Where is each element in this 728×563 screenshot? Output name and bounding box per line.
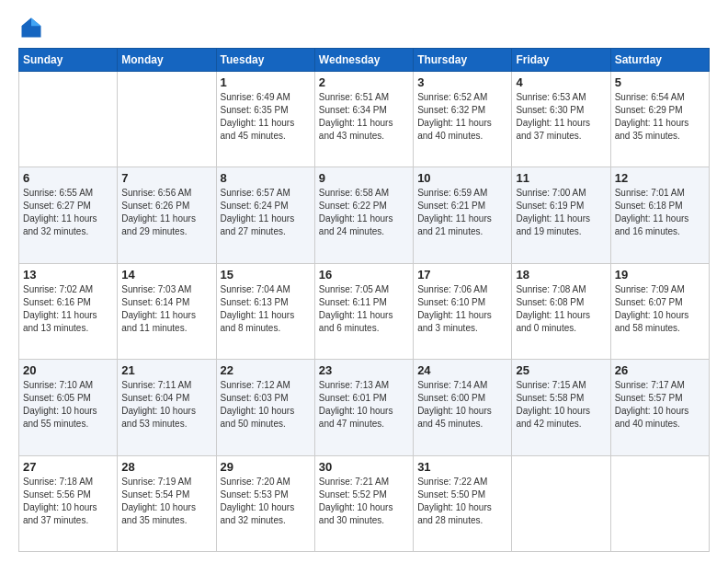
- day-info: Sunrise: 6:52 AM Sunset: 6:32 PM Dayligh…: [417, 91, 507, 143]
- header: [18, 15, 710, 40]
- day-info: Sunrise: 7:11 AM Sunset: 6:04 PM Dayligh…: [121, 379, 211, 431]
- day-number: 13: [23, 268, 113, 282]
- calendar-cell: 2Sunrise: 6:51 AM Sunset: 6:34 PM Daylig…: [314, 72, 413, 167]
- day-number: 5: [615, 75, 705, 89]
- logo: [18, 15, 48, 40]
- calendar-week-4: 20Sunrise: 7:10 AM Sunset: 6:05 PM Dayli…: [19, 360, 710, 455]
- calendar-header-wednesday: Wednesday: [314, 49, 413, 72]
- day-info: Sunrise: 7:14 AM Sunset: 6:00 PM Dayligh…: [417, 379, 507, 431]
- day-number: 12: [615, 171, 705, 185]
- day-number: 18: [516, 268, 606, 282]
- calendar-cell: 6Sunrise: 6:55 AM Sunset: 6:27 PM Daylig…: [19, 167, 118, 263]
- calendar-week-5: 27Sunrise: 7:18 AM Sunset: 5:56 PM Dayli…: [19, 455, 710, 551]
- day-number: 22: [221, 363, 311, 377]
- day-info: Sunrise: 7:19 AM Sunset: 5:54 PM Dayligh…: [121, 476, 211, 527]
- calendar-cell: 8Sunrise: 6:57 AM Sunset: 6:24 PM Daylig…: [216, 167, 314, 263]
- calendar-cell: 12Sunrise: 7:01 AM Sunset: 6:18 PM Dayli…: [610, 167, 709, 263]
- day-number: 29: [221, 460, 311, 474]
- svg-marker-1: [31, 18, 41, 27]
- day-info: Sunrise: 7:09 AM Sunset: 6:07 PM Dayligh…: [615, 283, 705, 335]
- day-number: 28: [121, 460, 211, 474]
- day-info: Sunrise: 7:22 AM Sunset: 5:50 PM Dayligh…: [417, 476, 507, 527]
- calendar-cell: [512, 455, 610, 551]
- calendar-cell: 1Sunrise: 6:49 AM Sunset: 6:35 PM Daylig…: [216, 72, 314, 167]
- day-number: 9: [319, 171, 409, 185]
- day-number: 4: [516, 75, 606, 89]
- day-info: Sunrise: 6:59 AM Sunset: 6:21 PM Dayligh…: [417, 187, 507, 238]
- day-info: Sunrise: 7:18 AM Sunset: 5:56 PM Dayligh…: [23, 476, 113, 527]
- calendar-cell: 17Sunrise: 7:06 AM Sunset: 6:10 PM Dayli…: [414, 263, 512, 359]
- day-number: 3: [417, 75, 507, 89]
- calendar-table: SundayMondayTuesdayWednesdayThursdayFrid…: [18, 48, 710, 552]
- day-info: Sunrise: 7:10 AM Sunset: 6:05 PM Dayligh…: [23, 379, 113, 431]
- day-info: Sunrise: 7:06 AM Sunset: 6:10 PM Dayligh…: [417, 283, 507, 335]
- day-info: Sunrise: 7:20 AM Sunset: 5:53 PM Dayligh…: [221, 476, 311, 527]
- calendar-header-sunday: Sunday: [19, 49, 118, 72]
- day-info: Sunrise: 7:04 AM Sunset: 6:13 PM Dayligh…: [221, 283, 311, 335]
- calendar-cell: 14Sunrise: 7:03 AM Sunset: 6:14 PM Dayli…: [118, 263, 216, 359]
- calendar-header-friday: Friday: [512, 49, 610, 72]
- day-info: Sunrise: 7:01 AM Sunset: 6:18 PM Dayligh…: [615, 187, 705, 238]
- calendar-cell: 15Sunrise: 7:04 AM Sunset: 6:13 PM Dayli…: [216, 263, 314, 359]
- day-number: 21: [121, 363, 211, 377]
- day-info: Sunrise: 6:49 AM Sunset: 6:35 PM Dayligh…: [221, 91, 311, 143]
- day-info: Sunrise: 7:00 AM Sunset: 6:19 PM Dayligh…: [516, 187, 606, 238]
- calendar-header-row: SundayMondayTuesdayWednesdayThursdayFrid…: [19, 49, 710, 72]
- day-number: 20: [23, 363, 113, 377]
- calendar-cell: 18Sunrise: 7:08 AM Sunset: 6:08 PM Dayli…: [512, 263, 610, 359]
- calendar-cell: 27Sunrise: 7:18 AM Sunset: 5:56 PM Dayli…: [19, 455, 118, 551]
- day-info: Sunrise: 7:08 AM Sunset: 6:08 PM Dayligh…: [516, 283, 606, 335]
- day-number: 10: [417, 171, 507, 185]
- day-number: 7: [121, 171, 211, 185]
- calendar-cell: 23Sunrise: 7:13 AM Sunset: 6:01 PM Dayli…: [314, 360, 413, 455]
- calendar-cell: 13Sunrise: 7:02 AM Sunset: 6:16 PM Dayli…: [19, 263, 118, 359]
- day-info: Sunrise: 6:53 AM Sunset: 6:30 PM Dayligh…: [516, 91, 606, 143]
- calendar-cell: 20Sunrise: 7:10 AM Sunset: 6:05 PM Dayli…: [19, 360, 118, 455]
- page: SundayMondayTuesdayWednesdayThursdayFrid…: [0, 0, 728, 563]
- calendar-cell: 22Sunrise: 7:12 AM Sunset: 6:03 PM Dayli…: [216, 360, 314, 455]
- calendar-cell: 9Sunrise: 6:58 AM Sunset: 6:22 PM Daylig…: [314, 167, 413, 263]
- calendar-cell: 25Sunrise: 7:15 AM Sunset: 5:58 PM Dayli…: [512, 360, 610, 455]
- calendar-cell: 10Sunrise: 6:59 AM Sunset: 6:21 PM Dayli…: [414, 167, 512, 263]
- day-number: 8: [221, 171, 311, 185]
- calendar-cell: 31Sunrise: 7:22 AM Sunset: 5:50 PM Dayli…: [414, 455, 512, 551]
- day-info: Sunrise: 6:56 AM Sunset: 6:26 PM Dayligh…: [121, 187, 211, 238]
- day-number: 17: [417, 268, 507, 282]
- logo-icon: [18, 15, 44, 40]
- calendar-header-saturday: Saturday: [610, 49, 709, 72]
- calendar-cell: 3Sunrise: 6:52 AM Sunset: 6:32 PM Daylig…: [414, 72, 512, 167]
- day-number: 25: [516, 363, 606, 377]
- day-number: 11: [516, 171, 606, 185]
- calendar-cell: 30Sunrise: 7:21 AM Sunset: 5:52 PM Dayli…: [314, 455, 413, 551]
- svg-marker-2: [22, 18, 32, 27]
- calendar-week-2: 6Sunrise: 6:55 AM Sunset: 6:27 PM Daylig…: [19, 167, 710, 263]
- day-info: Sunrise: 6:58 AM Sunset: 6:22 PM Dayligh…: [319, 187, 409, 238]
- day-number: 1: [221, 75, 311, 89]
- day-info: Sunrise: 6:54 AM Sunset: 6:29 PM Dayligh…: [615, 91, 705, 143]
- calendar-cell: 24Sunrise: 7:14 AM Sunset: 6:00 PM Dayli…: [414, 360, 512, 455]
- calendar-cell: 4Sunrise: 6:53 AM Sunset: 6:30 PM Daylig…: [512, 72, 610, 167]
- calendar-header-monday: Monday: [118, 49, 216, 72]
- calendar-cell: 16Sunrise: 7:05 AM Sunset: 6:11 PM Dayli…: [314, 263, 413, 359]
- calendar-cell: 7Sunrise: 6:56 AM Sunset: 6:26 PM Daylig…: [118, 167, 216, 263]
- day-info: Sunrise: 6:57 AM Sunset: 6:24 PM Dayligh…: [221, 187, 311, 238]
- day-number: 19: [615, 268, 705, 282]
- calendar-cell: 19Sunrise: 7:09 AM Sunset: 6:07 PM Dayli…: [610, 263, 709, 359]
- day-number: 16: [319, 268, 409, 282]
- calendar-cell: 5Sunrise: 6:54 AM Sunset: 6:29 PM Daylig…: [610, 72, 709, 167]
- day-info: Sunrise: 7:15 AM Sunset: 5:58 PM Dayligh…: [516, 379, 606, 431]
- calendar-cell: 11Sunrise: 7:00 AM Sunset: 6:19 PM Dayli…: [512, 167, 610, 263]
- day-number: 15: [221, 268, 311, 282]
- day-info: Sunrise: 7:13 AM Sunset: 6:01 PM Dayligh…: [319, 379, 409, 431]
- day-number: 24: [417, 363, 507, 377]
- calendar-week-1: 1Sunrise: 6:49 AM Sunset: 6:35 PM Daylig…: [19, 72, 710, 167]
- day-number: 26: [615, 363, 705, 377]
- day-number: 14: [121, 268, 211, 282]
- calendar-cell: [610, 455, 709, 551]
- calendar-cell: 21Sunrise: 7:11 AM Sunset: 6:04 PM Dayli…: [118, 360, 216, 455]
- day-info: Sunrise: 7:03 AM Sunset: 6:14 PM Dayligh…: [121, 283, 211, 335]
- day-number: 31: [417, 460, 507, 474]
- calendar-cell: 29Sunrise: 7:20 AM Sunset: 5:53 PM Dayli…: [216, 455, 314, 551]
- day-number: 6: [23, 171, 113, 185]
- day-number: 30: [319, 460, 409, 474]
